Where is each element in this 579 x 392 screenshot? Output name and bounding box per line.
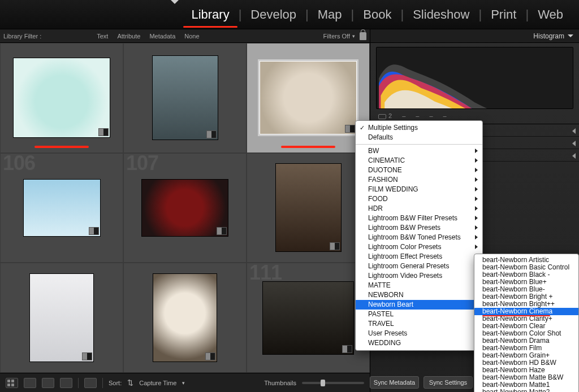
histogram-plot[interactable]	[376, 47, 573, 109]
nav-slideshow[interactable]: Slideshow	[405, 7, 477, 22]
separator: |	[477, 7, 483, 22]
view-survey-button[interactable]	[60, 378, 72, 388]
thumbnail-grid[interactable]: 106107111	[0, 43, 370, 373]
nav-map[interactable]: Map	[310, 7, 350, 22]
menu-item[interactable]: NEWBORN	[356, 290, 482, 300]
metadata-badge-icon[interactable]	[205, 352, 215, 360]
readout-dash: –	[402, 112, 405, 119]
module-picker: Library|Develop|Map|Book|Slideshow|Print…	[0, 0, 579, 29]
grid-cell[interactable]	[247, 153, 370, 263]
metadata-badge-icon[interactable]	[342, 345, 352, 353]
sync-metadata-button[interactable]: Sync Metadata	[370, 376, 419, 389]
menu-item[interactable]: Newborn Beart	[356, 300, 482, 310]
metadata-badge-icon[interactable]	[98, 128, 109, 136]
menu-item[interactable]: DUOTONE	[356, 165, 482, 175]
menu-item[interactable]: HDR	[356, 204, 482, 214]
metadata-badge-icon[interactable]	[345, 125, 355, 133]
menu-item[interactable]: Lightroom Color Presets	[356, 242, 482, 252]
separator: |	[399, 7, 405, 22]
menu-item[interactable]: Multiple Settings	[356, 123, 482, 133]
menu-item[interactable]: Lightroom Effect Presets	[356, 252, 482, 262]
nav-web[interactable]: Web	[530, 7, 571, 22]
separator: |	[350, 7, 356, 22]
nav-develop[interactable]: Develop	[243, 7, 304, 22]
menu-item[interactable]: Lightroom B&W Filter Presets	[356, 214, 482, 223]
menu-item[interactable]: Lightroom B&W Presets	[356, 223, 482, 233]
grid-cell[interactable]	[0, 43, 123, 153]
sync-settings-button[interactable]: Sync Settings	[424, 376, 473, 389]
sync-buttons: Sync Metadata Sync Settings	[370, 373, 473, 392]
chevron-left-icon	[572, 153, 576, 159]
thumbnail[interactable]	[260, 62, 356, 134]
metadata-badge-icon[interactable]	[217, 227, 227, 235]
menu-item[interactable]: FOOD	[356, 194, 482, 204]
thumbnail[interactable]	[24, 180, 100, 236]
histogram-header[interactable]: Histogram	[370, 29, 579, 43]
filter-tab-none[interactable]: None	[180, 32, 204, 41]
submenu-item[interactable]: beart-Newborn Matte2	[474, 389, 578, 392]
readout-dash: –	[429, 112, 433, 119]
lock-icon[interactable]	[360, 32, 366, 40]
readout-dash: –	[443, 112, 447, 119]
menu-item[interactable]: FILM WEDDING	[356, 185, 482, 194]
view-grid-button[interactable]	[6, 378, 18, 388]
nav-print[interactable]: Print	[483, 7, 524, 22]
view-loupe-button[interactable]	[24, 378, 36, 388]
menu-item[interactable]: FASHION	[356, 175, 482, 185]
collapse-icon	[568, 34, 573, 37]
thumbnail[interactable]	[153, 274, 217, 361]
annotation-underline	[281, 146, 335, 148]
filter-state-dropdown[interactable]: Filters Off ▾	[323, 33, 355, 40]
grid-cell[interactable]	[247, 43, 370, 153]
grid-cell[interactable]	[123, 263, 247, 373]
view-compare-button[interactable]	[42, 378, 54, 388]
histogram-title: Histogram	[533, 32, 564, 40]
selection-count: 2	[388, 112, 392, 119]
filter-tab-text[interactable]: Text	[92, 32, 113, 41]
thumbnail[interactable]	[153, 56, 218, 140]
metadata-badge-icon[interactable]	[89, 227, 99, 235]
metadata-badge-icon[interactable]	[206, 130, 217, 138]
menu-item[interactable]: Defaults	[356, 133, 482, 142]
menu-item[interactable]: TRAVEL	[356, 319, 482, 329]
library-filter-bar: Library Filter : Text Attribute Metadata…	[0, 29, 370, 43]
sort-label: Sort:	[109, 380, 122, 386]
thumbnail-size-slider[interactable]	[302, 382, 364, 384]
menu-item[interactable]: CINEMATIC	[356, 156, 482, 165]
thumbnail[interactable]	[263, 282, 353, 354]
grid-cell[interactable]: 111	[247, 263, 370, 373]
preset-context-menu[interactable]: Multiple SettingsDefaultsBWCINEMATICDUOT…	[355, 120, 483, 351]
thumbnail[interactable]	[30, 274, 93, 361]
chevron-down-icon: ▾	[352, 33, 355, 39]
thumbnail[interactable]	[142, 180, 228, 236]
nav-library[interactable]: Library	[183, 7, 237, 22]
thumbnail[interactable]	[276, 164, 341, 251]
thumbnail[interactable]	[14, 58, 110, 137]
grid-cell[interactable]: 107	[123, 153, 247, 263]
crop-icon	[378, 114, 386, 119]
grid-toolbar: Sort: ⇅ Capture Time ▾ Thumbnails	[0, 373, 370, 392]
menu-item[interactable]: Lightroom B&W Toned Presets	[356, 233, 482, 242]
menu-item[interactable]: MATTE	[356, 281, 482, 290]
menu-item[interactable]: User Presets	[356, 329, 482, 338]
filter-tab-attribute[interactable]: Attribute	[113, 32, 145, 41]
readout-dash: –	[416, 112, 419, 119]
metadata-badge-icon[interactable]	[330, 242, 340, 250]
sort-direction-icon[interactable]: ⇅	[127, 378, 133, 387]
menu-item[interactable]: Lightroom General Presets	[356, 262, 482, 271]
grid-cell[interactable]: 106	[0, 153, 123, 263]
sort-value[interactable]: Capture Time	[139, 380, 176, 386]
grid-cell[interactable]	[123, 43, 247, 153]
grid-cell[interactable]	[0, 263, 123, 373]
painter-button[interactable]	[84, 378, 97, 388]
filter-tab-metadata[interactable]: Metadata	[145, 32, 180, 41]
separator: |	[524, 7, 530, 22]
menu-item[interactable]: BW	[356, 146, 482, 156]
menu-item[interactable]: Lightroom Video Presets	[356, 271, 482, 281]
chevron-left-icon	[572, 141, 576, 146]
metadata-badge-icon[interactable]	[82, 352, 92, 360]
menu-item[interactable]: WEDDING	[356, 338, 482, 348]
menu-item[interactable]: PASTEL	[356, 310, 482, 319]
nav-book[interactable]: Book	[355, 7, 399, 22]
preset-submenu[interactable]: beart-Newborn Artisticbeart-Newborn Basi…	[474, 254, 579, 392]
